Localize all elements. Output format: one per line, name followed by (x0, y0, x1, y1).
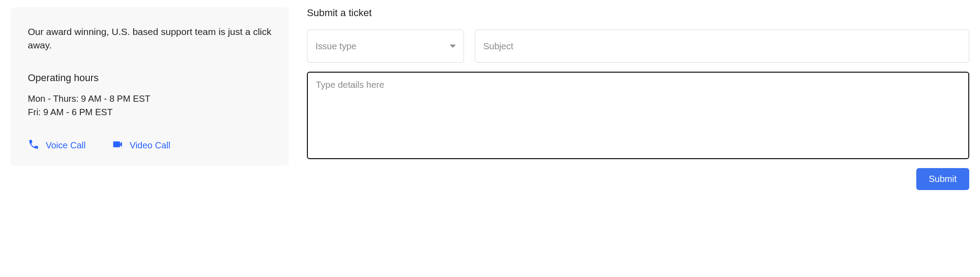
operating-hours-heading: Operating hours (28, 72, 272, 84)
video-icon (112, 138, 123, 152)
video-call-button[interactable]: Video Call (112, 138, 171, 152)
support-card: Our award winning, U.S. based support te… (11, 7, 289, 166)
phone-icon (28, 138, 39, 152)
voice-call-label: Voice Call (46, 140, 86, 151)
submit-row: Submit (307, 168, 969, 190)
video-call-label: Video Call (130, 140, 171, 151)
page-container: Our award winning, U.S. based support te… (0, 0, 980, 197)
ticket-form: Submit a ticket Submit (307, 7, 969, 190)
subject-wrapper (475, 30, 969, 63)
issue-type-wrapper (307, 30, 464, 63)
call-actions: Voice Call Video Call (28, 138, 272, 152)
details-textarea[interactable] (307, 72, 969, 159)
ticket-row-top (307, 30, 969, 63)
submit-button[interactable]: Submit (916, 168, 969, 190)
ticket-heading: Submit a ticket (307, 7, 969, 19)
voice-call-button[interactable]: Voice Call (28, 138, 86, 152)
support-description: Our award winning, U.S. based support te… (28, 25, 272, 52)
operating-hours-line-2: Fri: 9 AM - 6 PM EST (28, 105, 272, 119)
subject-input[interactable] (475, 30, 969, 63)
operating-hours-line-1: Mon - Thurs: 9 AM - 8 PM EST (28, 92, 272, 105)
issue-type-select[interactable] (307, 30, 464, 63)
